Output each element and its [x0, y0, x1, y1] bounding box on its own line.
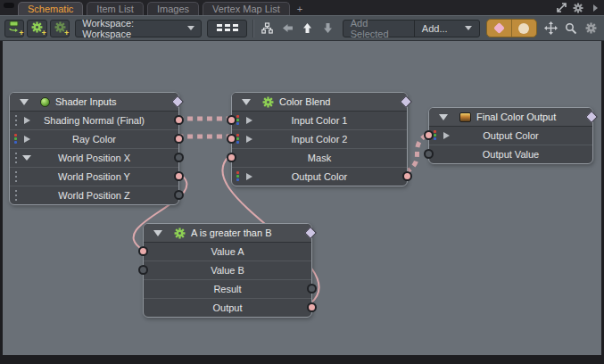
row-label: Ray Color — [10, 130, 178, 148]
row-label: Output Color — [429, 127, 592, 145]
row-label: Output Value — [429, 145, 592, 163]
tab-strip: SchematicItem ListImagesVertex Map List+ — [18, 2, 310, 15]
tab-bar: SchematicItem ListImagesVertex Map List+ — [0, 0, 604, 15]
collapse-icon[interactable] — [439, 114, 448, 120]
row-label: Input Color 2 — [232, 130, 407, 148]
input-port[interactable] — [424, 149, 434, 159]
node-title: Color Blend — [279, 96, 330, 107]
row-label: Result — [144, 280, 311, 298]
node-final-color-output[interactable]: Final Color OutputOutput ColorOutput Val… — [428, 107, 593, 164]
gear-icon[interactable] — [572, 2, 584, 13]
arrow-left-icon[interactable] — [278, 20, 295, 37]
node-row[interactable]: World Position X — [10, 148, 178, 167]
row-label: Value A — [144, 243, 311, 261]
node-row[interactable]: Value A — [144, 243, 311, 261]
schematic-canvas[interactable]: Shader InputsShading Normal (Final)Ray C… — [3, 41, 601, 355]
node-row[interactable]: World Position Y — [10, 167, 178, 186]
layout-grid-button[interactable] — [207, 20, 247, 37]
add-node-button[interactable]: + — [4, 20, 24, 37]
output-port[interactable] — [402, 171, 412, 181]
arrow-down-icon[interactable] — [319, 20, 335, 37]
row-label: World Position X — [10, 149, 178, 167]
node-color-blend[interactable]: Color BlendInput Color 1Input Color 2Mas… — [231, 92, 408, 186]
flyout-arrow-icon[interactable] — [589, 2, 601, 13]
port-display-toggles — [486, 19, 537, 37]
schematic-toolbar: + + + Workspace: Workspace Add Selected — [0, 15, 604, 41]
hierarchy-icon[interactable] — [259, 20, 276, 37]
input-port[interactable] — [138, 246, 148, 256]
input-port[interactable] — [227, 115, 236, 125]
row-label: World Position Z — [10, 186, 178, 204]
gear-icon — [174, 228, 186, 239]
output-port[interactable] — [174, 153, 184, 162]
tab-vertex-map-list[interactable]: Vertex Map List — [203, 2, 290, 15]
node-header[interactable]: Final Color Output — [429, 108, 592, 127]
image-icon — [459, 112, 471, 122]
node-header[interactable]: A is greater than B — [144, 224, 311, 243]
output-port[interactable] — [174, 134, 184, 144]
circle-toggle-icon — [518, 23, 529, 34]
input-port[interactable] — [227, 153, 236, 162]
window-controls — [555, 2, 601, 13]
sphere-icon — [40, 97, 50, 107]
row-label: Input Color 1 — [232, 112, 407, 129]
zoom-icon[interactable] — [562, 20, 579, 37]
add-group: Add Selected Add... — [343, 20, 480, 37]
row-label: World Position Y — [10, 168, 178, 186]
add-gear-link-button[interactable]: + — [50, 20, 70, 37]
input-port[interactable] — [138, 265, 148, 275]
chevron-down-icon — [187, 26, 194, 30]
bottom-edge — [0, 355, 604, 364]
output-port[interactable] — [174, 115, 184, 125]
input-port[interactable] — [227, 134, 236, 144]
node-row[interactable]: Output Value — [429, 145, 592, 163]
workspace-dropdown[interactable]: Workspace: Workspace — [75, 20, 202, 37]
tab-images[interactable]: Images — [147, 2, 199, 15]
expand-icon[interactable] — [555, 2, 567, 13]
collapse-icon[interactable] — [20, 99, 29, 105]
tab--[interactable]: + — [294, 3, 306, 15]
workspace-dropdown-label: Workspace: Workspace — [82, 18, 182, 39]
node-header[interactable]: Color Blend — [232, 93, 407, 112]
diamond-toggle-icon — [493, 22, 505, 34]
node-row[interactable]: Output — [144, 298, 311, 317]
collapse-icon[interactable] — [242, 99, 251, 105]
node-row[interactable]: Result — [144, 279, 311, 298]
node-row[interactable]: World Position Z — [10, 186, 178, 204]
node-row[interactable]: Shading Normal (Final) — [10, 112, 178, 129]
node-title: A is greater than B — [191, 228, 272, 238]
output-port[interactable] — [307, 302, 317, 312]
node-row[interactable]: Output Color — [232, 167, 407, 186]
node-header[interactable]: Shader Inputs — [10, 93, 178, 112]
input-port[interactable] — [424, 130, 434, 140]
gear-icon[interactable] — [583, 20, 600, 37]
arrow-up-icon[interactable] — [299, 20, 316, 37]
tab-schematic[interactable]: Schematic — [18, 2, 83, 15]
pan-icon[interactable] — [542, 20, 559, 37]
node-row[interactable]: Value B — [144, 261, 311, 279]
tab-item-list[interactable]: Item List — [87, 2, 144, 15]
node-row[interactable]: Input Color 2 — [232, 129, 407, 148]
add-selected-button[interactable]: Add Selected — [343, 21, 414, 37]
node-title: Final Color Output — [476, 112, 556, 122]
node-title: Shader Inputs — [55, 96, 117, 107]
row-label: Mask — [232, 149, 407, 167]
panel-grip[interactable] — [4, 3, 14, 8]
circle-toggle-button[interactable] — [511, 20, 536, 37]
collapse-icon[interactable] — [153, 230, 162, 236]
row-label: Shading Normal (Final) — [10, 112, 178, 129]
node-row[interactable]: Input Color 1 — [232, 112, 407, 129]
diamond-toggle-button[interactable] — [487, 20, 511, 37]
node-row[interactable]: Ray Color — [10, 129, 178, 148]
node-shader-inputs[interactable]: Shader InputsShading Normal (Final)Ray C… — [9, 92, 179, 205]
output-port[interactable] — [174, 190, 184, 200]
node-row[interactable]: Output Color — [429, 127, 592, 145]
output-port[interactable] — [307, 284, 317, 294]
node-row[interactable]: Mask — [232, 148, 407, 167]
chevron-down-icon — [465, 26, 472, 30]
add-gear-button[interactable]: + — [27, 20, 46, 37]
add-menu-dropdown[interactable]: Add... — [414, 21, 479, 37]
output-port[interactable] — [174, 171, 184, 181]
row-label: Value B — [144, 261, 311, 279]
node-a-greater-b[interactable]: A is greater than BValue AValue BResultO… — [143, 223, 312, 318]
